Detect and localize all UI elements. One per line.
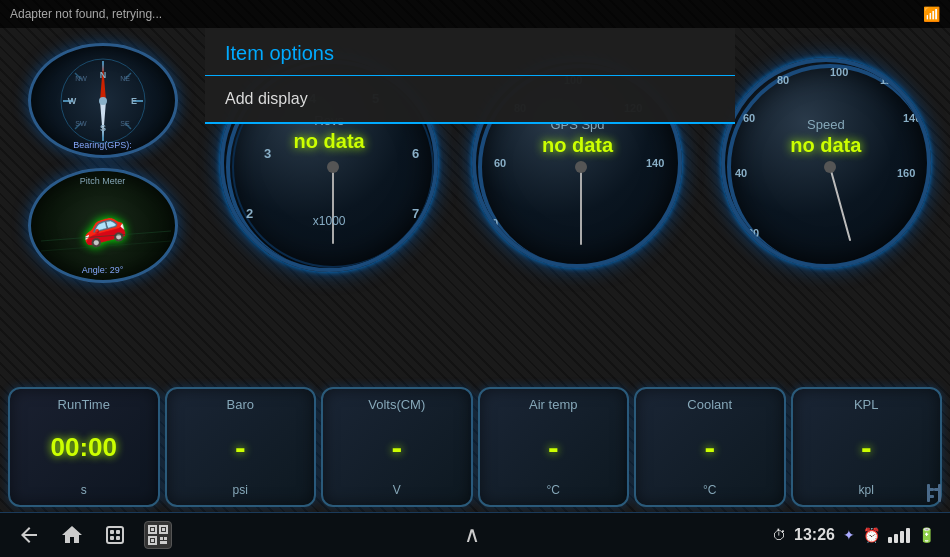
baro-title: Baro bbox=[227, 397, 254, 412]
svg-rect-52 bbox=[927, 484, 930, 502]
svg-rect-69 bbox=[164, 537, 167, 540]
bluetooth-icon: 📶 bbox=[923, 6, 940, 22]
gps-speed-value: no data bbox=[476, 134, 678, 157]
svg-text:80: 80 bbox=[777, 74, 789, 86]
adapter-status-text: Adapter not found, retrying... bbox=[10, 7, 162, 21]
home-icon bbox=[60, 523, 84, 547]
runtime-panel[interactable]: RunTime 00:00 s bbox=[8, 387, 160, 507]
status-bar: Adapter not found, retrying... 📶 bbox=[0, 0, 950, 28]
qr-icon bbox=[146, 523, 170, 547]
home-button[interactable] bbox=[58, 521, 86, 549]
svg-rect-58 bbox=[110, 530, 114, 534]
volts-value: - bbox=[391, 429, 402, 466]
compass-area: N S E W NE SE SW NW Bearing(GPS): Pitch … bbox=[0, 28, 205, 298]
svg-text:SE: SE bbox=[120, 120, 130, 127]
svg-rect-53 bbox=[927, 488, 934, 491]
kpl-unit: kpl bbox=[859, 483, 874, 497]
speed-title: Speed bbox=[725, 117, 927, 132]
svg-rect-70 bbox=[160, 541, 167, 544]
volts-panel[interactable]: Volts(CM) - V bbox=[321, 387, 473, 507]
svg-text:160: 160 bbox=[897, 167, 915, 179]
svg-text:N: N bbox=[99, 70, 106, 80]
svg-rect-65 bbox=[162, 528, 165, 531]
dialog-title: Item options bbox=[205, 28, 735, 76]
recent-apps-icon bbox=[103, 523, 127, 547]
add-display-item[interactable]: Add display bbox=[205, 76, 735, 122]
recent-apps-button[interactable] bbox=[101, 521, 129, 549]
signal-bar-4 bbox=[906, 528, 910, 543]
svg-point-11 bbox=[99, 97, 107, 105]
volts-title: Volts(CM) bbox=[368, 397, 425, 412]
svg-rect-60 bbox=[110, 536, 114, 540]
baro-unit: psi bbox=[233, 483, 248, 497]
coolant-value: - bbox=[704, 429, 715, 466]
pitch-label: Pitch Meter bbox=[31, 176, 175, 186]
up-button[interactable]: ∧ bbox=[458, 521, 486, 549]
svg-line-50 bbox=[830, 167, 850, 240]
airtemp-panel[interactable]: Air temp - °C bbox=[478, 387, 630, 507]
speed-value: no data bbox=[725, 134, 927, 157]
runtime-title: RunTime bbox=[58, 397, 110, 412]
alarm-icon: ⏰ bbox=[863, 527, 880, 543]
nav-right-group: ⏱ 13:26 ✦ ⏰ 🔋 bbox=[772, 526, 935, 544]
kpl-value: - bbox=[861, 429, 872, 466]
item-options-dialog: Item options Add display bbox=[205, 28, 735, 124]
runtime-value: 00:00 bbox=[51, 432, 118, 463]
displays-area: RunTime 00:00 s Baro - psi Volts(CM) - V… bbox=[0, 382, 950, 512]
svg-text:S: S bbox=[99, 123, 105, 133]
svg-rect-61 bbox=[116, 536, 120, 540]
svg-text:E: E bbox=[130, 96, 136, 106]
svg-text:40: 40 bbox=[486, 217, 498, 229]
svg-text:NE: NE bbox=[120, 75, 130, 82]
nav-center-group: ∧ bbox=[458, 521, 486, 549]
kpl-title: KPL bbox=[854, 397, 879, 412]
baro-panel[interactable]: Baro - psi bbox=[165, 387, 317, 507]
airtemp-unit: °C bbox=[547, 483, 560, 497]
settings-icon bbox=[927, 484, 945, 502]
airtemp-value: - bbox=[548, 429, 559, 466]
revs-scale: x1000 bbox=[224, 214, 434, 228]
bluetooth-nav-icon: ✦ bbox=[843, 527, 855, 543]
nav-bar: ∧ ⏱ 13:26 ✦ ⏰ 🔋 bbox=[0, 512, 950, 557]
runtime-unit: s bbox=[81, 483, 87, 497]
back-icon bbox=[17, 523, 41, 547]
pitch-widget: Pitch Meter 🚗 Angle: 29° bbox=[28, 168, 178, 283]
nav-left-group bbox=[15, 521, 172, 549]
svg-text:20: 20 bbox=[747, 227, 759, 239]
signal-bars bbox=[888, 528, 910, 543]
revs-value: no data bbox=[224, 130, 434, 153]
svg-text:W: W bbox=[67, 96, 76, 106]
svg-rect-67 bbox=[151, 539, 154, 542]
svg-rect-55 bbox=[938, 484, 941, 502]
svg-text:40: 40 bbox=[735, 167, 747, 179]
speed-gauge: 20 40 60 80 100 120 140 160 Speed no dat… bbox=[721, 58, 931, 268]
coolant-panel[interactable]: Coolant - °C bbox=[634, 387, 786, 507]
qr-button[interactable] bbox=[144, 521, 172, 549]
bearing-text: Bearing(GPS): bbox=[31, 140, 175, 150]
svg-text:SW: SW bbox=[75, 120, 87, 127]
settings-area bbox=[927, 484, 945, 507]
airtemp-title: Air temp bbox=[529, 397, 577, 412]
compass-rose-svg: N S E W NE SE SW NW bbox=[58, 56, 148, 146]
svg-rect-59 bbox=[116, 530, 120, 534]
svg-text:NW: NW bbox=[75, 75, 87, 82]
svg-text:60: 60 bbox=[494, 157, 506, 169]
kpl-panel[interactable]: KPL - kpl bbox=[791, 387, 943, 507]
svg-rect-68 bbox=[160, 537, 163, 540]
svg-point-51 bbox=[824, 161, 836, 173]
back-button[interactable] bbox=[15, 521, 43, 549]
coolant-unit: °C bbox=[703, 483, 716, 497]
speed-gauge-svg: 20 40 60 80 100 120 140 160 bbox=[725, 62, 931, 268]
time-display: 13:26 bbox=[794, 526, 835, 544]
svg-text:140: 140 bbox=[646, 157, 664, 169]
signal-bar-3 bbox=[900, 531, 904, 543]
svg-rect-57 bbox=[107, 527, 123, 543]
svg-rect-54 bbox=[927, 495, 934, 498]
compass-widget: N S E W NE SE SW NW Bearing(GPS): bbox=[28, 43, 178, 158]
svg-point-40 bbox=[575, 161, 587, 173]
speed-gauge-container: 20 40 60 80 100 120 140 160 Speed no dat… bbox=[702, 28, 950, 298]
pitch-car-icon: 🚗 bbox=[75, 199, 129, 251]
compass-rose: N S E W NE SE SW NW bbox=[58, 56, 148, 146]
svg-point-31 bbox=[327, 161, 339, 173]
pitch-angle: Angle: 29° bbox=[31, 265, 175, 275]
